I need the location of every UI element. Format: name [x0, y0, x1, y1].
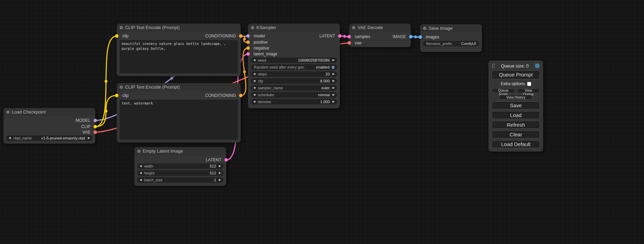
output-label-clip: CLIP [81, 124, 90, 129]
input-label-negative: negative [254, 45, 269, 51]
increment-arrow-icon[interactable]: ▶ [333, 57, 335, 63]
save-button[interactable]: Save [492, 101, 540, 109]
decrement-arrow-icon[interactable]: ◀ [253, 71, 255, 77]
widget-value: 20 [267, 72, 329, 76]
clear-button[interactable]: Clear [492, 130, 540, 138]
node-clip-text-encode-negative[interactable]: CLIP Text Encode (Prompt) clip CONDITION… [117, 83, 241, 143]
collapse-dot-icon[interactable] [423, 27, 426, 30]
increment-arrow-icon[interactable]: ▶ [88, 135, 90, 141]
node-load-checkpoint[interactable]: Load Checkpoint MODEL CLIP VAE ◀ ckpt_na… [3, 108, 95, 144]
decrement-arrow-icon[interactable]: ◀ [253, 85, 255, 91]
node-title-bar[interactable]: Load Checkpoint [3, 108, 95, 116]
queue-front-button[interactable]: Queue Front [492, 88, 515, 93]
latent-image-input-port[interactable] [246, 52, 250, 56]
decrement-arrow-icon[interactable]: ◀ [140, 177, 142, 183]
wire-clip-positive [95, 36, 117, 127]
graph-canvas[interactable]: { "icons": { "decrement": "◀", "incremen… [0, 0, 644, 244]
collapse-dot-icon[interactable] [120, 26, 123, 29]
node-title-bar[interactable]: Empty Latent Image [134, 147, 226, 155]
latent-output-port[interactable] [224, 158, 228, 162]
decrement-arrow-icon[interactable]: ◀ [253, 92, 255, 98]
widget-value: normal [274, 93, 330, 97]
node-title-bar[interactable]: Save Image [420, 24, 482, 33]
load-button[interactable]: Load [492, 111, 540, 119]
increment-arrow-icon[interactable]: ▶ [219, 170, 221, 176]
increment-arrow-icon[interactable]: ▶ [333, 78, 335, 84]
node-save-image[interactable]: Save Image images filename_prefix ComfyU… [420, 24, 482, 52]
sampler-name-widget[interactable]: ◀ sampler_name euler ▶ [251, 85, 337, 91]
increment-arrow-icon[interactable]: ▶ [333, 99, 335, 105]
scheduler-widget[interactable]: ◀ scheduler normal ▶ [251, 92, 337, 98]
decrement-arrow-icon[interactable]: ◀ [253, 78, 255, 84]
ckpt-name-widget[interactable]: ◀ ckpt_name v1-5-pruned-emaonly.ckpt ▶ [6, 135, 92, 141]
widget-label: denoise [258, 100, 271, 104]
batch-size-widget[interactable]: ◀ batch_size 1 ▶ [137, 177, 223, 183]
load-default-button[interactable]: Load Default [492, 140, 540, 148]
filename-prefix-widget[interactable]: filename_prefix ComfyUI [423, 41, 479, 46]
toggle-dot-icon[interactable] [332, 66, 335, 69]
node-title-bar[interactable]: KSampler [248, 24, 340, 32]
decrement-arrow-icon[interactable]: ◀ [140, 163, 142, 169]
node-clip-text-encode-positive[interactable]: CLIP Text Encode (Prompt) clip CONDITION… [117, 24, 241, 76]
wire-conditioning-positive-midpoint [243, 38, 246, 40]
node-ksampler[interactable]: KSampler model positive negative latent_… [248, 24, 340, 108]
clip-output-port[interactable] [94, 125, 97, 128]
cfg-widget[interactable]: ◀ cfg 8.000 ▶ [251, 78, 337, 84]
denoise-widget[interactable]: ◀ denoise 1.000 ▶ [251, 99, 337, 105]
collapse-dot-icon[interactable] [120, 85, 123, 89]
decrement-arrow-icon[interactable]: ◀ [9, 135, 11, 141]
wire-latent-samples-midpoint [343, 35, 346, 38]
collapse-dot-icon[interactable] [6, 110, 10, 114]
node-empty-latent-image[interactable]: Empty Latent Image LATENT ◀ width 512 ▶ … [134, 147, 226, 186]
image-output-port[interactable] [409, 35, 413, 38]
vae-input-port[interactable] [347, 41, 351, 45]
random-seed-widget[interactable]: Random seed after every gen enabled [251, 64, 337, 70]
positive-input-port[interactable] [246, 40, 250, 44]
decrement-arrow-icon[interactable]: ◀ [253, 99, 255, 105]
input-label-positive: positive [254, 39, 268, 45]
conditioning-output-port[interactable] [239, 34, 242, 38]
view-queue-button[interactable]: View Queue [517, 88, 540, 93]
wire-image-midpoint [414, 36, 417, 38]
collapse-dot-icon[interactable] [137, 150, 141, 153]
node-title-bar[interactable]: VAE Decode [349, 24, 411, 32]
seed-widget[interactable]: ◀ seed 156680208700286 ▶ [251, 57, 337, 63]
refresh-button[interactable]: Refresh [492, 121, 540, 129]
conditioning-output-port[interactable] [239, 94, 242, 97]
increment-arrow-icon[interactable]: ▶ [219, 163, 221, 169]
latent-output-port[interactable] [338, 34, 342, 38]
clip-input-port[interactable] [115, 94, 118, 97]
widget-label: filename_prefix [426, 42, 452, 46]
increment-arrow-icon[interactable]: ▶ [333, 71, 335, 77]
view-history-button[interactable]: View History [499, 95, 532, 100]
node-vae-decode[interactable]: VAE Decode samples vae IMAGE [349, 24, 411, 47]
output-label-conditioning: CONDITIONING [205, 33, 236, 39]
clip-input-port[interactable] [115, 34, 118, 38]
drag-handle-icon[interactable] [492, 63, 495, 69]
negative-input-port[interactable] [246, 46, 250, 50]
collapse-dot-icon[interactable] [352, 26, 355, 29]
model-output-port[interactable] [94, 119, 97, 122]
height-widget[interactable]: ◀ height 512 ▶ [137, 170, 223, 176]
wire-clip-positive-midpoint [105, 80, 107, 83]
model-input-port[interactable] [246, 34, 250, 38]
samples-input-port[interactable] [347, 35, 351, 38]
queue-size-label: Queue size: 0 [496, 63, 533, 69]
width-widget[interactable]: ◀ width 512 ▶ [137, 163, 223, 169]
increment-arrow-icon[interactable]: ▶ [333, 92, 335, 98]
decrement-arrow-icon[interactable]: ◀ [140, 170, 142, 176]
positive-prompt-text[interactable]: beautiful scenery nature glass bottle la… [120, 40, 238, 73]
increment-arrow-icon[interactable]: ▶ [333, 85, 335, 91]
negative-prompt-text[interactable]: text, watermark [120, 100, 238, 140]
settings-gear-icon[interactable] [535, 63, 540, 69]
decrement-arrow-icon[interactable]: ◀ [253, 57, 255, 63]
steps-widget[interactable]: ◀ steps 20 ▶ [251, 71, 337, 77]
queue-prompt-button[interactable]: Queue Prompt [492, 70, 540, 79]
node-title-bar[interactable]: CLIP Text Encode (Prompt) [117, 24, 241, 32]
vae-output-port[interactable] [94, 130, 97, 134]
images-input-port[interactable] [418, 35, 422, 39]
node-title-bar[interactable]: CLIP Text Encode (Prompt) [117, 83, 241, 91]
collapse-dot-icon[interactable] [251, 26, 254, 29]
increment-arrow-icon[interactable]: ▶ [219, 177, 221, 183]
extra-options-checkbox[interactable] [527, 82, 531, 86]
